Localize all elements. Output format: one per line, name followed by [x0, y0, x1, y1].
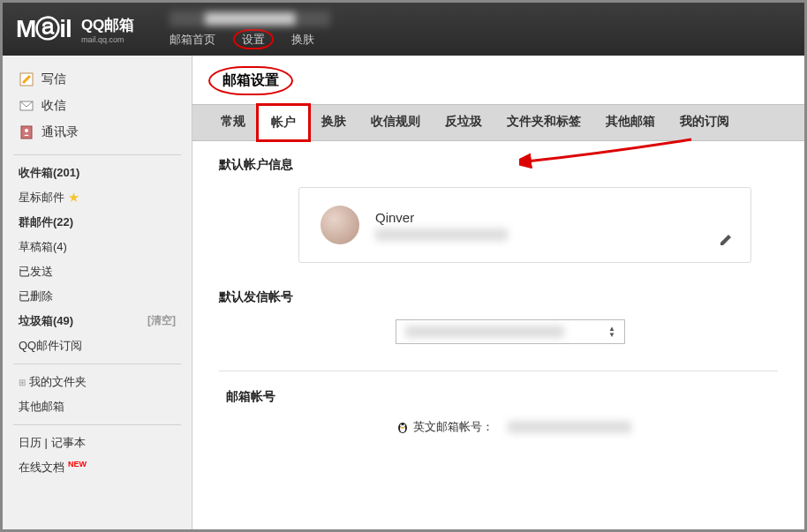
tab-spam[interactable]: 反垃圾	[433, 105, 494, 140]
sidebar-docs[interactable]: 在线文档NEW	[3, 455, 192, 480]
select-arrows-icon: ▲▼	[608, 326, 615, 338]
tab-folders[interactable]: 文件夹和标签	[494, 105, 593, 140]
svg-point-3	[25, 129, 28, 132]
brand-sub: mail.qq.com	[81, 35, 134, 44]
sidebar: 写信 收信 通讯录 收件箱(201) 星标邮件 ★ 群邮件(22) 草稿箱(4)…	[3, 56, 192, 532]
tree-toggle-icon[interactable]: ⊞	[19, 378, 26, 387]
svg-point-5	[400, 425, 405, 432]
sidebar-receive[interactable]: 收信	[15, 93, 179, 119]
brand-main: QQ邮箱	[81, 15, 134, 35]
sidebar-spam[interactable]: 垃圾箱(49) [清空]	[3, 309, 192, 333]
settings-tabs: 常规 帐户 换肤 收信规则 反垃圾 文件夹和标签 其他邮箱 我的订阅	[192, 104, 804, 141]
receive-label: 收信	[41, 98, 66, 114]
default-sender-select[interactable]: ▲▼	[396, 319, 625, 344]
sidebar-drafts[interactable]: 草稿箱(4)	[3, 235, 192, 259]
tab-other[interactable]: 其他邮箱	[593, 105, 667, 140]
sidebar-group[interactable]: 群邮件(22)	[3, 210, 192, 235]
sidebar-calendar-notes[interactable]: 日历 | 记事本	[3, 431, 192, 455]
user-display: ████████████	[170, 11, 330, 26]
sidebar-contacts[interactable]: 通讯录	[15, 119, 179, 146]
edit-icon[interactable]	[719, 233, 733, 250]
penguin-icon	[396, 420, 410, 434]
select-value-redacted	[405, 326, 564, 338]
nav-settings[interactable]: 设置	[233, 29, 274, 49]
account-name: Qinver	[375, 210, 508, 225]
svg-point-6	[400, 424, 402, 426]
english-mailbox-value-redacted	[508, 421, 631, 433]
avatar	[321, 206, 359, 244]
tab-rules[interactable]: 收信规则	[358, 105, 433, 140]
section-mailbox-account: 邮箱帐号	[226, 389, 778, 405]
account-email-redacted	[375, 229, 508, 241]
contacts-icon	[19, 124, 34, 140]
main-content: 邮箱设置 常规 帐户 换肤 收信规则 反垃圾 文件夹和标签 其他邮箱 我的订阅 …	[192, 56, 804, 532]
compose-icon	[19, 71, 34, 87]
section-default-sender: 默认发信帐号	[219, 289, 778, 305]
account-card: Qinver	[298, 187, 751, 263]
nav-skin[interactable]: 换肤	[291, 33, 314, 46]
new-badge: NEW	[68, 460, 87, 468]
tab-account[interactable]: 帐户	[256, 103, 311, 142]
sidebar-other-mailbox[interactable]: 其他邮箱	[3, 394, 192, 419]
tab-subscription[interactable]: 我的订阅	[667, 105, 742, 140]
receive-icon	[19, 98, 34, 114]
contacts-label: 通讯录	[41, 124, 79, 140]
logo-mail-text: Mⓐil	[16, 12, 72, 46]
star-icon: ★	[68, 191, 79, 204]
sidebar-sent[interactable]: 已发送	[3, 259, 192, 284]
tab-general[interactable]: 常规	[208, 105, 258, 140]
sidebar-myfolder[interactable]: ⊞我的文件夹	[3, 370, 192, 394]
spam-clear-action[interactable]: [清空]	[147, 313, 176, 329]
sidebar-compose[interactable]: 写信	[15, 66, 179, 93]
header-nav: 邮箱首页 设置 换肤	[170, 32, 330, 48]
header-bar: Mⓐil QQ邮箱 mail.qq.com ████████████ 邮箱首页 …	[3, 3, 804, 56]
section-default-account: 默认帐户信息	[219, 157, 778, 173]
sidebar-subscription[interactable]: QQ邮件订阅	[3, 333, 192, 358]
english-mailbox-label: 英文邮箱帐号：	[396, 419, 494, 435]
nav-home[interactable]: 邮箱首页	[170, 33, 215, 46]
compose-label: 写信	[41, 71, 66, 87]
sidebar-starred[interactable]: 星标邮件 ★	[3, 185, 192, 210]
sidebar-deleted[interactable]: 已删除	[3, 284, 192, 309]
page-title: 邮箱设置	[208, 66, 293, 95]
svg-point-7	[404, 424, 405, 426]
logo-area: Mⓐil QQ邮箱 mail.qq.com	[16, 12, 134, 46]
sidebar-inbox[interactable]: 收件箱(201)	[3, 161, 192, 185]
tab-skin[interactable]: 换肤	[309, 105, 358, 140]
